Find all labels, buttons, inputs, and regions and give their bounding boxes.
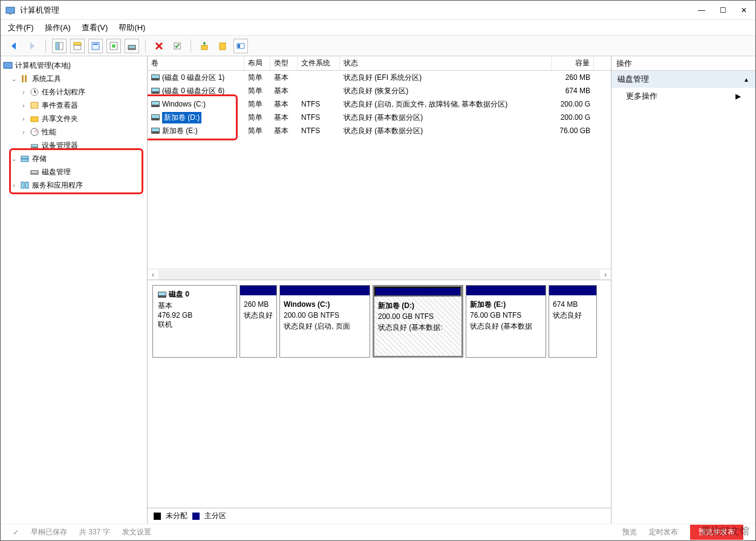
svg-rect-16 xyxy=(238,44,240,48)
svg-rect-11 xyxy=(129,46,135,48)
svg-rect-19 xyxy=(25,75,27,82)
col-volume[interactable]: 卷 xyxy=(148,56,244,70)
volume-row[interactable]: 新加卷 (D:)简单基本NTFS状态良好 (基本数据分区)200.00 G xyxy=(148,111,611,124)
tree-storage[interactable]: ⌄存储 xyxy=(2,152,146,165)
disk-row: 磁盘 0 基本 476.92 GB 联机 260 MB状态良好Windows (… xyxy=(152,285,606,358)
svg-rect-7 xyxy=(93,44,98,45)
watermark: 易坊好文馆 xyxy=(701,525,749,538)
menu-view[interactable]: 查看(V) xyxy=(82,22,108,33)
col-capacity[interactable]: 容量 xyxy=(552,56,594,70)
volume-row[interactable]: (磁盘 0 磁盘分区 6)简单基本状态良好 (恢复分区)674 MB xyxy=(148,84,611,97)
col-type[interactable]: 类型 xyxy=(270,56,298,70)
menu-help[interactable]: 帮助(H) xyxy=(119,22,145,33)
volume-row[interactable]: (磁盘 0 磁盘分区 1)简单基本状态良好 (EFI 系统分区)260 MB xyxy=(148,71,611,84)
col-layout[interactable]: 布局 xyxy=(244,56,270,70)
svg-rect-29 xyxy=(31,171,37,172)
app-icon xyxy=(5,5,15,15)
toolbar-btn-2[interactable] xyxy=(70,39,85,53)
svg-rect-25 xyxy=(31,145,37,146)
center-panel: 卷 布局 类型 文件系统 状态 容量 (磁盘 0 磁盘分区 1)简单基本状态良好… xyxy=(148,56,611,523)
legend-unallocated-swatch xyxy=(154,513,161,520)
toolbar-btn-8[interactable] xyxy=(215,39,230,53)
partition[interactable]: 674 MB状态良好 xyxy=(549,285,597,358)
svg-rect-17 xyxy=(4,62,12,68)
volume-list-body: (磁盘 0 磁盘分区 1)简单基本状态良好 (EFI 系统分区)260 MB(磁… xyxy=(148,71,611,269)
window-title: 计算机管理 xyxy=(20,5,698,16)
main-area: 计算机管理(本地) ⌄系统工具 ›任务计划程序 ›事件查看器 ›共享文件夹 ›性… xyxy=(1,56,755,523)
menubar: 文件(F) 操作(A) 查看(V) 帮助(H) xyxy=(1,20,755,36)
svg-rect-27 xyxy=(21,159,28,162)
toolbar-btn-9[interactable] xyxy=(233,39,248,53)
tree-event-viewer[interactable]: ›事件查看器 xyxy=(2,99,146,112)
tree-performance[interactable]: ›性能 xyxy=(2,125,146,139)
legend-primary-label: 主分区 xyxy=(204,511,226,521)
volume-row[interactable]: 新加卷 (E:)简单基本NTFS状态良好 (基本数据分区)76.00 GB xyxy=(148,124,611,137)
partition[interactable]: 260 MB状态良好 xyxy=(240,285,277,358)
col-status[interactable]: 状态 xyxy=(340,56,552,70)
tree-root[interactable]: 计算机管理(本地) xyxy=(2,59,146,72)
legend: 未分配 主分区 xyxy=(148,508,611,523)
forward-button[interactable] xyxy=(25,39,39,53)
svg-rect-14 xyxy=(220,43,226,50)
actions-more[interactable]: 更多操作 ▶ xyxy=(611,88,755,105)
disk-label[interactable]: 磁盘 0 基本 476.92 GB 联机 xyxy=(152,285,237,358)
tree-services-apps[interactable]: ›服务和应用程序 xyxy=(2,179,146,192)
horizontal-scrollbar[interactable]: ‹› xyxy=(148,269,611,280)
tree-panel: 计算机管理(本地) ⌄系统工具 ›任务计划程序 ›事件查看器 ›共享文件夹 ›性… xyxy=(1,56,148,523)
toolbar xyxy=(1,36,755,56)
titlebar: 计算机管理 — ☐ ✕ xyxy=(1,1,755,20)
toolbar-btn-5[interactable] xyxy=(125,39,139,53)
disk-map: 磁盘 0 基本 476.92 GB 联机 260 MB状态良好Windows (… xyxy=(148,280,611,508)
computer-management-window: 计算机管理 — ☐ ✕ 文件(F) 操作(A) 查看(V) 帮助(H) xyxy=(0,0,756,541)
svg-rect-18 xyxy=(22,75,24,82)
volume-list-header: 卷 布局 类型 文件系统 状态 容量 xyxy=(148,56,611,71)
svg-rect-1 xyxy=(9,13,11,15)
legend-unallocated-label: 未分配 xyxy=(166,511,187,521)
svg-rect-3 xyxy=(59,42,63,50)
svg-rect-2 xyxy=(56,42,59,50)
maximize-button[interactable]: ☐ xyxy=(720,6,726,15)
svg-rect-5 xyxy=(74,45,81,50)
partition[interactable]: Windows (C:)200.00 GB NTFS状态良好 (启动, 页面 xyxy=(279,285,370,358)
collapse-icon: ▲ xyxy=(743,76,749,83)
tree-system-tools[interactable]: ⌄系统工具 xyxy=(2,72,146,85)
back-button[interactable] xyxy=(7,39,21,53)
toolbar-btn-7[interactable] xyxy=(197,39,212,53)
svg-point-9 xyxy=(112,44,116,48)
tree-shared-folders[interactable]: ›共享文件夹 xyxy=(2,112,146,125)
toolbar-btn-6[interactable] xyxy=(170,39,184,53)
partition[interactable]: 新加卷 (D:)200.00 GB NTFS状态良好 (基本数据: xyxy=(373,285,463,358)
svg-rect-21 xyxy=(31,102,38,108)
svg-rect-13 xyxy=(201,45,207,50)
tree-disk-management[interactable]: ›磁盘管理 xyxy=(2,165,146,179)
actions-disk-management[interactable]: 磁盘管理 ▲ xyxy=(611,71,755,88)
volume-list: 卷 布局 类型 文件系统 状态 容量 (磁盘 0 磁盘分区 1)简单基本状态良好… xyxy=(148,56,611,280)
svg-rect-26 xyxy=(21,156,28,159)
toolbar-btn-1[interactable] xyxy=(52,39,67,53)
partition[interactable]: 新加卷 (E:)76.00 GB NTFS状态良好 (基本数据 xyxy=(466,285,546,358)
svg-rect-22 xyxy=(31,117,38,122)
close-button[interactable]: ✕ xyxy=(741,6,747,15)
tree-device-manager[interactable]: ›设备管理器 xyxy=(2,139,146,152)
minimize-button[interactable]: — xyxy=(698,6,705,15)
col-filesystem[interactable]: 文件系统 xyxy=(298,56,340,70)
actions-title: 操作 xyxy=(611,56,755,71)
chevron-right-icon: ▶ xyxy=(735,92,741,100)
svg-rect-4 xyxy=(74,42,81,45)
tree-task-scheduler[interactable]: ›任务计划程序 xyxy=(2,85,146,99)
svg-rect-6 xyxy=(92,42,99,50)
menu-action[interactable]: 操作(A) xyxy=(45,22,71,33)
delete-button[interactable] xyxy=(152,39,166,53)
svg-rect-0 xyxy=(6,7,15,13)
actions-panel: 操作 磁盘管理 ▲ 更多操作 ▶ xyxy=(611,56,755,523)
legend-primary-swatch xyxy=(192,513,200,520)
disk-icon xyxy=(158,292,166,298)
menu-file[interactable]: 文件(F) xyxy=(8,22,34,33)
volume-row[interactable]: Windows (C:)简单基本NTFS状态良好 (启动, 页面文件, 故障转储… xyxy=(148,97,611,111)
external-bottom-bar: ✓ 早桐已保存 共 337 字 发文设置 预览 定时发布 预览并发布 xyxy=(1,523,755,540)
toolbar-btn-3[interactable] xyxy=(88,39,103,53)
svg-rect-30 xyxy=(21,182,24,188)
toolbar-btn-4[interactable] xyxy=(106,39,121,53)
svg-rect-31 xyxy=(25,182,28,188)
